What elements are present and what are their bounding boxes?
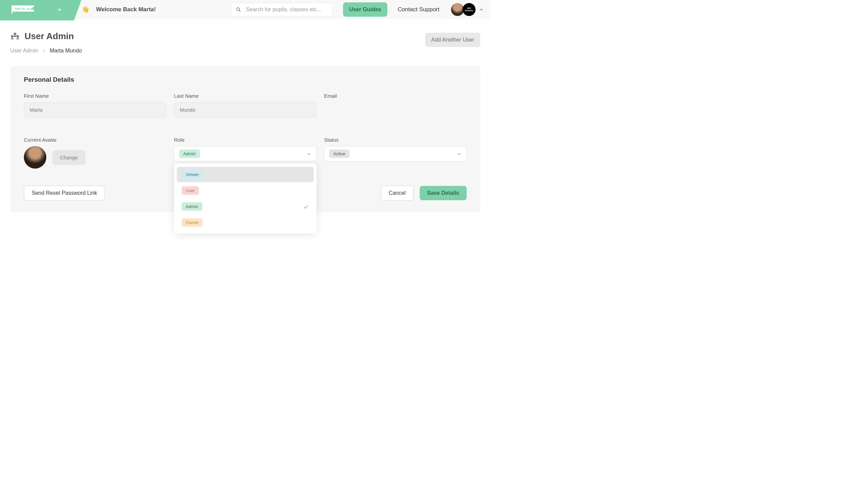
- user-avatar-small[interactable]: [451, 3, 464, 16]
- viewer-pill: Viewer: [182, 170, 203, 179]
- search-input[interactable]: [246, 7, 328, 13]
- expand-sidebar-icon[interactable]: »: [58, 7, 61, 13]
- svg-text:THE: THE: [14, 7, 20, 11]
- search-box[interactable]: [231, 3, 333, 16]
- badge-bottom-text: SCHOOL: [465, 10, 474, 12]
- owner-pill: Owner: [182, 218, 203, 227]
- section-title: Personal Details: [24, 76, 467, 83]
- svg-point-5: [237, 8, 240, 11]
- svg-point-8: [12, 35, 13, 37]
- email-label: Email: [324, 93, 467, 99]
- current-avatar-image: [24, 146, 46, 169]
- chevron-down-icon: [457, 151, 462, 156]
- breadcrumb-chevron-icon: ›: [43, 48, 45, 54]
- user-group-icon: [10, 32, 20, 41]
- role-option-user[interactable]: User: [177, 183, 314, 198]
- cancel-button[interactable]: Cancel: [381, 186, 414, 201]
- chevron-down-icon: [307, 151, 311, 156]
- school-badge-icon[interactable]: ABC SCHOOL: [463, 3, 476, 16]
- svg-line-6: [239, 10, 240, 12]
- logo-block: THE PE HUB »: [0, 0, 82, 20]
- add-user-button[interactable]: Add Another User: [425, 33, 480, 47]
- role-option-viewer[interactable]: Viewer: [177, 167, 314, 182]
- role-option-owner[interactable]: Owner: [177, 215, 314, 230]
- svg-rect-0: [12, 6, 13, 14]
- search-icon: [236, 7, 241, 12]
- admin-pill: Admin: [182, 202, 202, 211]
- contact-support-link[interactable]: Contact Support: [397, 6, 440, 13]
- role-selected-pill: Admin: [179, 149, 200, 158]
- save-details-button[interactable]: Save Details: [420, 186, 467, 200]
- role-label: Role: [174, 137, 317, 143]
- personal-details-panel: Personal Details First Name Last Name Em…: [10, 66, 480, 212]
- page-title: User Admin: [24, 31, 74, 42]
- first-name-label: First Name: [24, 93, 167, 99]
- account-chevron-down-icon[interactable]: [479, 7, 484, 12]
- avatar-label: Current Avatar: [24, 137, 167, 143]
- status-select[interactable]: Active: [324, 146, 467, 161]
- wave-emoji-icon: 👋: [82, 6, 89, 13]
- top-header: THE PE HUB » 👋 Welcome Back Marta! User …: [0, 0, 490, 19]
- breadcrumb-current: Marta Mundo: [50, 48, 82, 54]
- status-label: Status: [324, 137, 467, 143]
- status-selected-pill: Active: [329, 149, 349, 158]
- check-icon: [303, 204, 309, 210]
- role-option-admin[interactable]: Admin: [177, 199, 314, 214]
- svg-point-7: [14, 33, 16, 35]
- svg-text:HUB: HUB: [27, 8, 33, 11]
- logo-flag-icon: THE PE HUB: [10, 4, 41, 15]
- first-name-input[interactable]: [24, 102, 167, 117]
- breadcrumb: User Admin › Marta Mundo: [10, 48, 82, 54]
- badge-top-text: ABC: [467, 7, 472, 10]
- role-dropdown: Viewer User Admin Owner: [174, 164, 317, 234]
- change-avatar-button[interactable]: Change: [52, 150, 85, 165]
- last-name-label: Last Name: [174, 93, 317, 99]
- breadcrumb-root[interactable]: User Admin: [10, 48, 39, 54]
- last-name-input[interactable]: [174, 102, 317, 117]
- user-pill: User: [182, 186, 199, 195]
- svg-point-9: [17, 35, 19, 37]
- reset-password-button[interactable]: Send Reset Password Link: [24, 186, 105, 201]
- welcome-text: Welcome Back Marta!: [96, 6, 156, 13]
- role-select[interactable]: Admin Viewer User Admin: [174, 146, 317, 161]
- user-guides-button[interactable]: User Guides: [343, 2, 388, 17]
- svg-text:PE: PE: [21, 7, 25, 11]
